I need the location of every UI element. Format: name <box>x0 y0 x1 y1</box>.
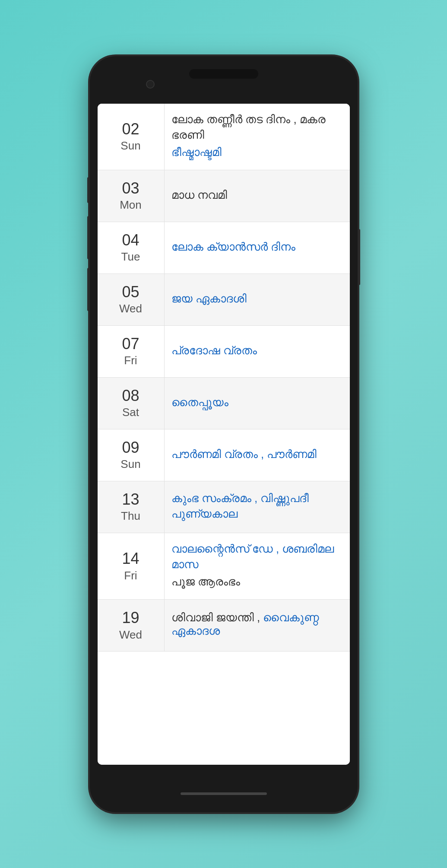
date-day: Fri <box>124 354 137 367</box>
date-day: Sat <box>122 406 139 419</box>
table-row[interactable]: 05Wedജയ ഏകാദശി <box>98 274 350 326</box>
calendar-list[interactable]: 02Sunലോക തണ്ണീർ തട ദിനം , മകര ഭരണിഭീഷ്മാ… <box>98 104 350 765</box>
volume-down-button2 <box>87 268 90 311</box>
date-number: 08 <box>122 387 139 404</box>
event-text: ലോക ക്യാൻസർ ദിനം <box>171 239 343 254</box>
volume-down-button <box>87 177 90 203</box>
event-cell: ജയ ഏകാദശി <box>165 274 350 325</box>
event-text: മാധ നവമി <box>171 187 343 203</box>
date-cell: 02Sun <box>98 104 165 170</box>
event-text: ലോക തണ്ണീർ തട ദിനം , മകര ഭരണി <box>171 111 343 143</box>
event-text: ശിവാജി ജയന്തി , വൈകുണ്ഠ ഏകാദശ <box>171 611 343 638</box>
date-cell: 07Fri <box>98 326 165 377</box>
date-number: 03 <box>122 180 139 197</box>
event-cell: ലോക ക്യാൻസർ ദിനം <box>165 222 350 273</box>
event-cell: മാധ നവമി <box>165 170 350 222</box>
event-cell: വാലന്റൈൻസ് ഡേ , ശബരിമല മാസപൂജ ആരംഭം <box>165 533 350 599</box>
date-number: 02 <box>122 121 139 138</box>
event-text: പൗർണമി വ്രതം , പൗർണമി <box>171 446 343 462</box>
table-row[interactable]: 14Friവാലന്റൈൻസ് ഡേ , ശബരിമല മാസപൂജ ആരംഭം <box>98 533 350 600</box>
date-day: Wed <box>119 628 142 642</box>
table-row[interactable]: 09Sunപൗർണമി വ്രതം , പൗർണമി <box>98 429 350 481</box>
date-day: Mon <box>120 198 142 212</box>
date-cell: 05Wed <box>98 274 165 325</box>
date-number: 09 <box>122 439 139 456</box>
date-day: Sun <box>120 139 140 153</box>
date-cell: 19Wed <box>98 600 165 651</box>
date-cell: 08Sat <box>98 378 165 429</box>
volume-up-button <box>87 216 90 259</box>
event-cell: ലോക തണ്ണീർ തട ദിനം , മകര ഭരണിഭീഷ്മാഷ്ടമി <box>165 104 350 170</box>
date-number: 13 <box>122 491 139 508</box>
power-button <box>358 229 360 285</box>
event-text: ജയ ഏകാദശി <box>171 291 343 306</box>
date-day: Tue <box>121 250 140 264</box>
table-row[interactable]: 03Monമാധ നവമി <box>98 170 350 222</box>
date-day: Wed <box>119 302 142 315</box>
table-row[interactable]: 08Satതൈപ്പൂയം <box>98 378 350 429</box>
table-row[interactable]: 19Wedശിവാജി ജയന്തി , വൈകുണ്ഠ ഏകാദശ <box>98 600 350 652</box>
event-text: പ്രദോഷ വ്രതം <box>171 343 343 358</box>
date-day: Thu <box>121 509 140 523</box>
date-cell: 09Sun <box>98 429 165 481</box>
date-number: 14 <box>122 550 139 567</box>
table-row[interactable]: 07Friപ്രദോഷ വ്രതം <box>98 326 350 378</box>
table-row[interactable]: 02Sunലോക തണ്ണീർ തട ദിനം , മകര ഭരണിഭീഷ്മാ… <box>98 104 350 170</box>
date-number: 05 <box>122 283 139 301</box>
event-cell: പൗർണമി വ്രതം , പൗർണമി <box>165 429 350 481</box>
table-row[interactable]: 04Tueലോക ക്യാൻസർ ദിനം <box>98 222 350 274</box>
home-indicator[interactable] <box>181 792 267 795</box>
event-text: പൂജ ആരംഭം <box>171 574 343 589</box>
event-text: കുംഭ സംക്രമം , വിഷ്ണുപദീ പുണ്യകാല <box>171 490 343 522</box>
date-number: 19 <box>122 609 139 626</box>
event-text: തൈപ്പൂയം <box>171 394 343 410</box>
table-row[interactable]: 13Thuകുംഭ സംക്രമം , വിഷ്ണുപദീ പുണ്യകാല <box>98 481 350 533</box>
phone-screen: 02Sunലോക തണ്ണീർ തട ദിനം , മകര ഭരണിഭീഷ്മാ… <box>98 104 350 765</box>
phone-frame: 02Sunലോക തണ്ണീർ തട ദിനം , മകര ഭരണിഭീഷ്മാ… <box>90 56 358 812</box>
event-text: വാലന്റൈൻസ് ഡേ , ശബരിമല മാസ <box>171 541 343 572</box>
event-cell: കുംഭ സംക്രമം , വിഷ്ണുപദീ പുണ്യകാല <box>165 481 350 533</box>
date-cell: 13Thu <box>98 481 165 533</box>
event-cell: ശിവാജി ജയന്തി , വൈകുണ്ഠ ഏകാദശ <box>165 600 350 651</box>
date-cell: 03Mon <box>98 170 165 222</box>
event-cell: പ്രദോഷ വ്രതം <box>165 326 350 377</box>
date-cell: 04Tue <box>98 222 165 273</box>
date-cell: 14Fri <box>98 533 165 599</box>
date-day: Sun <box>120 458 140 471</box>
date-number: 07 <box>122 335 139 353</box>
camera-icon <box>146 80 155 89</box>
date-day: Fri <box>124 569 137 582</box>
event-text: ഭീഷ്മാഷ്ടമി <box>171 144 343 160</box>
speaker <box>189 69 258 79</box>
event-cell: തൈപ്പൂയം <box>165 378 350 429</box>
date-number: 04 <box>122 232 139 249</box>
